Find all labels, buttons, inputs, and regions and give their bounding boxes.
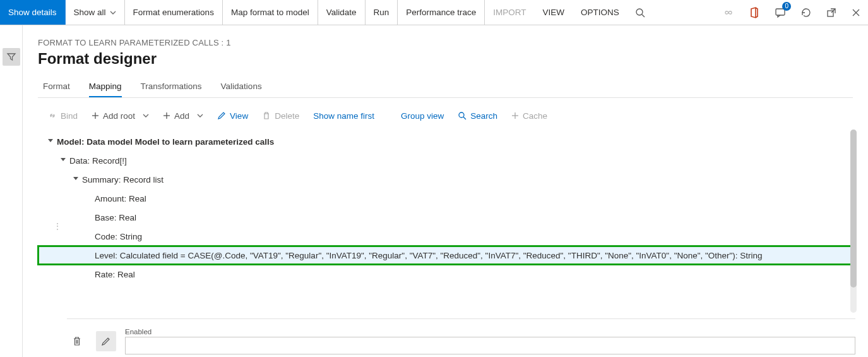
scrollbar[interactable] (850, 130, 857, 313)
tab-transformations[interactable]: Transformations (141, 82, 202, 97)
breadcrumb: FORMAT TO LEARN PARAMETERIZED CALLS : 1 (38, 38, 853, 47)
show-all-label: Show all (74, 8, 106, 17)
tree-node-data: Data: Record[!] (69, 156, 127, 166)
enabled-field-input[interactable] (125, 337, 855, 354)
show-all-button[interactable]: Show all (66, 0, 125, 25)
link-icon (48, 111, 57, 120)
tree-row[interactable]: Rate: Real (38, 265, 853, 284)
tab-format-label: Format (43, 82, 70, 91)
tree-row[interactable]: Base: Real (38, 208, 853, 227)
pencil-icon (217, 111, 226, 120)
notifications-badge: 0 (782, 2, 791, 11)
tab-mapping-label: Mapping (89, 82, 122, 91)
scrollbar-thumb[interactable] (850, 130, 857, 287)
popout-button[interactable] (819, 0, 844, 25)
chevron-down-icon (143, 112, 149, 119)
delete-label: Delete (275, 111, 299, 121)
show-details-label: Show details (8, 8, 57, 17)
options-button[interactable]: OPTIONS (573, 0, 627, 25)
tree-row[interactable]: Summary: Record list (38, 170, 853, 189)
tree-node-model: Model: Data model Model to learn paramet… (57, 137, 274, 147)
show-name-first-label: Show name first (313, 111, 374, 121)
tab-bar: Format Mapping Transformations Validatio… (38, 76, 853, 98)
tab-format[interactable]: Format (43, 82, 70, 97)
show-details-button[interactable]: Show details (0, 0, 66, 25)
collapse-icon[interactable] (44, 138, 57, 145)
tree-node-level: Level: Calculated field = CASE(@.Code, "… (95, 251, 763, 260)
search-icon (635, 8, 645, 18)
performance-trace-label: Performance trace (406, 8, 476, 17)
tab-mapping[interactable]: Mapping (89, 82, 122, 97)
chevron-down-icon (110, 9, 116, 16)
group-view-label: Group view (401, 111, 444, 121)
trash-icon (72, 336, 82, 346)
command-bar: Show details Show all Format enumeration… (0, 0, 868, 25)
svg-line-1 (642, 15, 645, 17)
search-label: Search (470, 111, 497, 121)
tree-row[interactable]: Data: Record[!] (38, 151, 853, 170)
close-icon (852, 8, 860, 17)
collapse-icon[interactable] (57, 157, 69, 164)
cache-label: Cache (523, 111, 547, 121)
office-icon (749, 7, 759, 18)
refresh-button[interactable] (794, 0, 819, 25)
edit-property-button[interactable] (96, 331, 116, 351)
page-title: Format designer (38, 50, 853, 68)
add-button[interactable]: Add (157, 109, 210, 123)
refresh-icon (801, 8, 811, 18)
import-button: IMPORT (485, 0, 534, 25)
tree-node-amount: Amount: Real (95, 194, 146, 203)
mapping-tree: Model: Data model Model to learn paramet… (38, 130, 853, 284)
properties-bar: Enabled (67, 318, 855, 354)
tab-validations-label: Validations (221, 82, 262, 91)
notifications-button[interactable]: 0 (767, 0, 794, 25)
view-button[interactable]: VIEW (535, 0, 573, 25)
format-enumerations-button[interactable]: Format enumerations (125, 0, 223, 25)
search-icon (458, 111, 467, 120)
plus-icon (92, 112, 99, 119)
bind-button: Bind (42, 109, 84, 123)
map-format-button[interactable]: Map format to model (223, 0, 318, 25)
run-button[interactable]: Run (366, 0, 398, 25)
infinity-icon (723, 9, 734, 16)
view-toolbar-label: View (230, 111, 248, 121)
resize-handle[interactable]: ⋮ (53, 221, 58, 246)
tree-row[interactable]: Amount: Real (38, 189, 853, 208)
attach-button[interactable] (715, 0, 742, 25)
mapping-toolbar: Bind Add root Add View Delete Show n (38, 102, 853, 130)
tab-transformations-label: Transformations (141, 82, 202, 91)
search-icon-button[interactable] (627, 0, 653, 25)
collapse-icon[interactable] (69, 176, 82, 183)
tab-validations[interactable]: Validations (221, 82, 262, 97)
filter-icon (6, 52, 16, 62)
tree-row-selected[interactable]: Level: Calculated field = CASE(@.Code, "… (38, 246, 853, 265)
format-enumerations-label: Format enumerations (133, 8, 214, 17)
tree-row[interactable]: Model: Data model Model to learn paramet… (38, 132, 853, 151)
plus-icon (163, 112, 170, 119)
group-view-button[interactable]: Group view (395, 109, 450, 123)
close-button[interactable] (844, 0, 868, 25)
search-button[interactable]: Search (451, 109, 504, 123)
tree-row[interactable]: Code: String (38, 227, 853, 246)
plus-icon (511, 112, 519, 119)
tree-node-summary: Summary: Record list (82, 175, 163, 185)
pencil-icon (101, 336, 111, 346)
tree-node-rate: Rate: Real (95, 270, 135, 279)
performance-trace-button[interactable]: Performance trace (398, 0, 485, 25)
popout-icon (826, 8, 836, 18)
filter-button[interactable] (3, 48, 20, 66)
validate-button[interactable]: Validate (318, 0, 366, 25)
options-label: OPTIONS (581, 8, 619, 17)
add-root-label: Add root (103, 111, 135, 121)
cache-button: Cache (505, 109, 554, 123)
show-name-first-button[interactable]: Show name first (307, 109, 381, 123)
tree-node-base: Base: Real (95, 213, 136, 222)
bind-label: Bind (61, 111, 78, 121)
delete-button: Delete (256, 109, 306, 123)
view-label: VIEW (543, 8, 565, 17)
office-app-button[interactable] (742, 0, 767, 25)
delete-property-button[interactable] (67, 331, 87, 351)
trash-icon (262, 111, 271, 120)
add-root-button[interactable]: Add root (85, 109, 155, 123)
view-button[interactable]: View (211, 109, 254, 123)
